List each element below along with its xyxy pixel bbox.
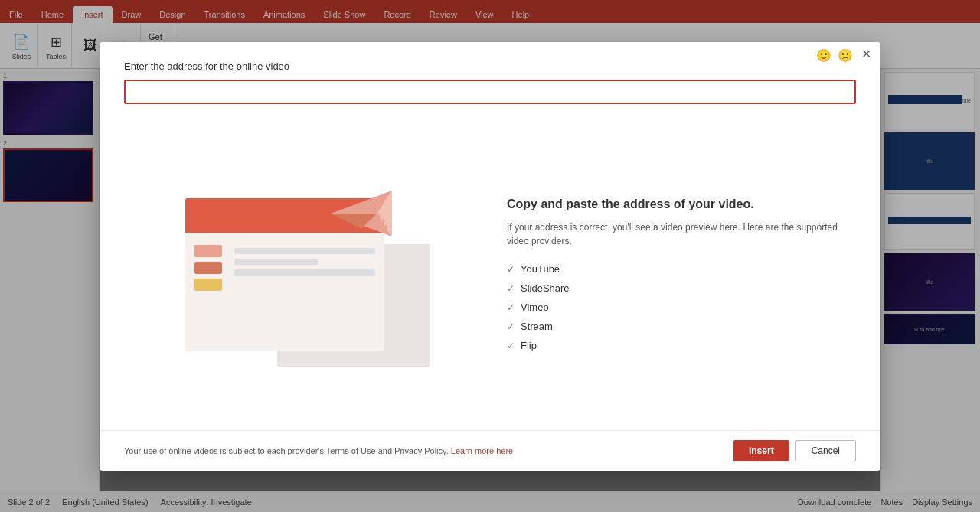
provider-slideshare: ✓ SlideShare (507, 282, 841, 294)
check-icon-youtube: ✓ (507, 264, 514, 275)
modal-illustration (124, 116, 476, 418)
insert-video-modal: 🙂 🙁 ✕ Enter the address for the online v… (100, 42, 880, 471)
provider-youtube-label: YouTube (521, 263, 560, 275)
cancel-button[interactable]: Cancel (795, 440, 856, 461)
doc-line-3 (234, 269, 375, 276)
app-background: File Home Insert Draw Design Transitions… (0, 0, 980, 512)
url-input-label: Enter the address for the online video (124, 60, 856, 72)
modal-close-button[interactable]: ✕ (861, 48, 871, 60)
provider-youtube: ✓ YouTube (507, 263, 841, 275)
modal-info: Copy and paste the address of your video… (476, 116, 856, 418)
color-block-2 (194, 262, 222, 274)
color-blocks (194, 245, 222, 291)
provider-vimeo-label: Vimeo (521, 302, 549, 313)
emoji-frown-icon[interactable]: 🙁 (838, 48, 853, 63)
learn-more-link[interactable]: Learn more here (451, 446, 513, 455)
provider-list: ✓ YouTube ✓ SlideShare ✓ Vimeo (507, 263, 841, 351)
provider-flip: ✓ Flip (507, 340, 841, 351)
doc-lines (234, 245, 375, 291)
provider-slideshare-label: SlideShare (521, 282, 570, 294)
modal-emoji-icons: 🙂 🙁 (816, 48, 853, 63)
modal-footer: Your use of online videos is subject to … (100, 430, 880, 471)
color-block-3 (194, 279, 222, 291)
check-icon-slideshare: ✓ (507, 283, 514, 294)
paper-plane-svg (315, 175, 407, 252)
insert-button[interactable]: Insert (733, 440, 789, 461)
color-block-1 (194, 245, 222, 257)
check-icon-flip: ✓ (507, 341, 514, 351)
check-icon-stream: ✓ (507, 321, 514, 332)
footer-text: Your use of online videos is subject to … (124, 446, 513, 455)
modal-content-area: Copy and paste the address of your video… (124, 116, 856, 418)
provider-stream: ✓ Stream (507, 321, 841, 332)
footer-terms-text: Your use of online videos is subject to … (124, 446, 449, 455)
modal-body: Enter the address for the online video (100, 42, 880, 430)
doc-line-2 (234, 259, 318, 265)
provider-flip-label: Flip (521, 340, 537, 351)
modal-overlay: 🙂 🙁 ✕ Enter the address for the online v… (0, 0, 980, 512)
url-input[interactable] (124, 80, 856, 104)
emoji-smile-icon[interactable]: 🙂 (816, 48, 831, 63)
check-icon-vimeo: ✓ (507, 302, 514, 313)
info-desc: If your address is correct, you'll see a… (507, 220, 841, 248)
info-title: Copy and paste the address of your video… (507, 197, 841, 211)
provider-stream-label: Stream (521, 321, 553, 332)
illustration-wrapper (155, 152, 446, 382)
provider-vimeo: ✓ Vimeo (507, 302, 841, 313)
footer-buttons: Insert Cancel (733, 440, 856, 461)
